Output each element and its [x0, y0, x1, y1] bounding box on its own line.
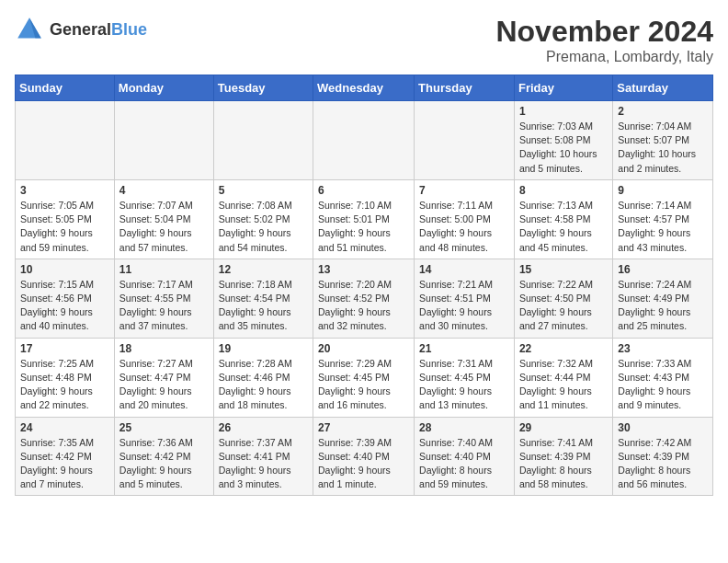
calendar-cell: 19Sunrise: 7:28 AM Sunset: 4:46 PM Dayli…	[213, 338, 313, 417]
week-row-1: 3Sunrise: 7:05 AM Sunset: 5:05 PM Daylig…	[16, 179, 713, 259]
location-title: Premana, Lombardy, Italy	[495, 49, 713, 65]
calendar-header: SundayMondayTuesdayWednesdayThursdayFrid…	[16, 75, 713, 101]
day-number: 19	[219, 342, 308, 355]
calendar-cell: 2Sunrise: 7:04 AM Sunset: 5:07 PM Daylig…	[613, 101, 713, 180]
day-info: Sunrise: 7:11 AM Sunset: 5:00 PM Dayligh…	[419, 199, 509, 255]
day-number: 11	[119, 263, 209, 276]
day-header-wednesday: Wednesday	[313, 75, 415, 101]
calendar-cell: 15Sunrise: 7:22 AM Sunset: 4:50 PM Dayli…	[514, 259, 612, 338]
day-number: 14	[419, 263, 509, 276]
calendar-cell: 1Sunrise: 7:03 AM Sunset: 5:08 PM Daylig…	[514, 101, 612, 180]
calendar-cell: 4Sunrise: 7:07 AM Sunset: 5:04 PM Daylig…	[114, 179, 213, 259]
day-info: Sunrise: 7:15 AM Sunset: 4:56 PM Dayligh…	[20, 278, 109, 334]
calendar-cell: 12Sunrise: 7:18 AM Sunset: 4:54 PM Dayli…	[213, 259, 313, 338]
day-info: Sunrise: 7:05 AM Sunset: 5:05 PM Dayligh…	[20, 199, 109, 255]
calendar-cell	[415, 101, 515, 180]
week-row-2: 10Sunrise: 7:15 AM Sunset: 4:56 PM Dayli…	[16, 259, 713, 338]
week-row-0: 1Sunrise: 7:03 AM Sunset: 5:08 PM Daylig…	[16, 101, 713, 180]
day-number: 2	[618, 105, 708, 118]
day-number: 20	[318, 342, 409, 355]
calendar-cell: 17Sunrise: 7:25 AM Sunset: 4:48 PM Dayli…	[16, 338, 115, 417]
week-row-4: 24Sunrise: 7:35 AM Sunset: 4:42 PM Dayli…	[16, 417, 713, 496]
day-info: Sunrise: 7:37 AM Sunset: 4:41 PM Dayligh…	[219, 436, 308, 492]
day-number: 22	[519, 342, 608, 355]
week-row-3: 17Sunrise: 7:25 AM Sunset: 4:48 PM Dayli…	[16, 338, 713, 417]
day-number: 15	[519, 263, 608, 276]
day-header-sunday: Sunday	[16, 75, 115, 101]
day-number: 27	[318, 421, 409, 434]
day-info: Sunrise: 7:42 AM Sunset: 4:39 PM Dayligh…	[618, 436, 708, 492]
day-info: Sunrise: 7:24 AM Sunset: 4:49 PM Dayligh…	[618, 278, 708, 334]
day-number: 16	[618, 263, 708, 276]
calendar-cell: 26Sunrise: 7:37 AM Sunset: 4:41 PM Dayli…	[213, 417, 313, 496]
header-row: SundayMondayTuesdayWednesdayThursdayFrid…	[16, 75, 713, 101]
calendar-cell: 25Sunrise: 7:36 AM Sunset: 4:42 PM Dayli…	[114, 417, 213, 496]
logo-blue: Blue	[111, 20, 147, 39]
calendar-cell: 30Sunrise: 7:42 AM Sunset: 4:39 PM Dayli…	[613, 417, 713, 496]
calendar-cell: 3Sunrise: 7:05 AM Sunset: 5:05 PM Daylig…	[16, 179, 115, 259]
logo: GeneralBlue	[15, 15, 147, 44]
day-info: Sunrise: 7:17 AM Sunset: 4:55 PM Dayligh…	[119, 278, 209, 334]
title-area: November 2024 Premana, Lombardy, Italy	[495, 15, 713, 65]
day-info: Sunrise: 7:32 AM Sunset: 4:44 PM Dayligh…	[519, 357, 608, 413]
day-header-monday: Monday	[114, 75, 213, 101]
calendar-cell: 22Sunrise: 7:32 AM Sunset: 4:44 PM Dayli…	[514, 338, 612, 417]
day-info: Sunrise: 7:40 AM Sunset: 4:40 PM Dayligh…	[419, 436, 509, 492]
calendar: SundayMondayTuesdayWednesdayThursdayFrid…	[15, 75, 713, 496]
logo-text: GeneralBlue	[50, 20, 147, 40]
day-header-friday: Friday	[514, 75, 612, 101]
calendar-cell	[114, 101, 213, 180]
calendar-cell: 20Sunrise: 7:29 AM Sunset: 4:45 PM Dayli…	[313, 338, 415, 417]
day-info: Sunrise: 7:04 AM Sunset: 5:07 PM Dayligh…	[618, 120, 708, 176]
day-info: Sunrise: 7:03 AM Sunset: 5:08 PM Dayligh…	[519, 120, 608, 176]
calendar-cell: 6Sunrise: 7:10 AM Sunset: 5:01 PM Daylig…	[313, 179, 415, 259]
calendar-cell	[16, 101, 115, 180]
calendar-cell: 21Sunrise: 7:31 AM Sunset: 4:45 PM Dayli…	[415, 338, 515, 417]
day-number: 4	[119, 184, 209, 197]
day-number: 3	[20, 184, 109, 197]
logo-icon	[15, 15, 44, 44]
calendar-cell	[213, 101, 313, 180]
calendar-cell: 14Sunrise: 7:21 AM Sunset: 4:51 PM Dayli…	[415, 259, 515, 338]
day-info: Sunrise: 7:18 AM Sunset: 4:54 PM Dayligh…	[219, 278, 308, 334]
day-header-saturday: Saturday	[613, 75, 713, 101]
day-number: 12	[219, 263, 308, 276]
day-info: Sunrise: 7:20 AM Sunset: 4:52 PM Dayligh…	[318, 278, 409, 334]
calendar-cell: 11Sunrise: 7:17 AM Sunset: 4:55 PM Dayli…	[114, 259, 213, 338]
day-number: 10	[20, 263, 109, 276]
day-number: 26	[219, 421, 308, 434]
calendar-body: 1Sunrise: 7:03 AM Sunset: 5:08 PM Daylig…	[16, 101, 713, 496]
day-info: Sunrise: 7:25 AM Sunset: 4:48 PM Dayligh…	[20, 357, 109, 413]
month-title: November 2024	[495, 15, 713, 49]
day-number: 29	[519, 421, 608, 434]
day-number: 7	[419, 184, 509, 197]
logo-general: General	[50, 20, 111, 39]
day-number: 9	[618, 184, 708, 197]
day-number: 6	[318, 184, 409, 197]
day-info: Sunrise: 7:28 AM Sunset: 4:46 PM Dayligh…	[219, 357, 308, 413]
day-info: Sunrise: 7:31 AM Sunset: 4:45 PM Dayligh…	[419, 357, 509, 413]
day-number: 24	[20, 421, 109, 434]
day-number: 23	[618, 342, 708, 355]
day-number: 25	[119, 421, 209, 434]
day-number: 21	[419, 342, 509, 355]
day-header-thursday: Thursday	[415, 75, 515, 101]
day-number: 17	[20, 342, 109, 355]
day-info: Sunrise: 7:41 AM Sunset: 4:39 PM Dayligh…	[519, 436, 608, 492]
day-info: Sunrise: 7:08 AM Sunset: 5:02 PM Dayligh…	[219, 199, 308, 255]
day-info: Sunrise: 7:14 AM Sunset: 4:57 PM Dayligh…	[618, 199, 708, 255]
calendar-cell: 18Sunrise: 7:27 AM Sunset: 4:47 PM Dayli…	[114, 338, 213, 417]
day-info: Sunrise: 7:35 AM Sunset: 4:42 PM Dayligh…	[20, 436, 109, 492]
header: GeneralBlue November 2024 Premana, Lomba…	[15, 15, 713, 65]
day-info: Sunrise: 7:13 AM Sunset: 4:58 PM Dayligh…	[519, 199, 608, 255]
day-number: 28	[419, 421, 509, 434]
calendar-cell: 27Sunrise: 7:39 AM Sunset: 4:40 PM Dayli…	[313, 417, 415, 496]
day-header-tuesday: Tuesday	[213, 75, 313, 101]
calendar-cell: 7Sunrise: 7:11 AM Sunset: 5:00 PM Daylig…	[415, 179, 515, 259]
calendar-cell: 23Sunrise: 7:33 AM Sunset: 4:43 PM Dayli…	[613, 338, 713, 417]
calendar-cell: 9Sunrise: 7:14 AM Sunset: 4:57 PM Daylig…	[613, 179, 713, 259]
calendar-cell: 8Sunrise: 7:13 AM Sunset: 4:58 PM Daylig…	[514, 179, 612, 259]
calendar-cell: 29Sunrise: 7:41 AM Sunset: 4:39 PM Dayli…	[514, 417, 612, 496]
day-number: 30	[618, 421, 708, 434]
calendar-cell: 16Sunrise: 7:24 AM Sunset: 4:49 PM Dayli…	[613, 259, 713, 338]
